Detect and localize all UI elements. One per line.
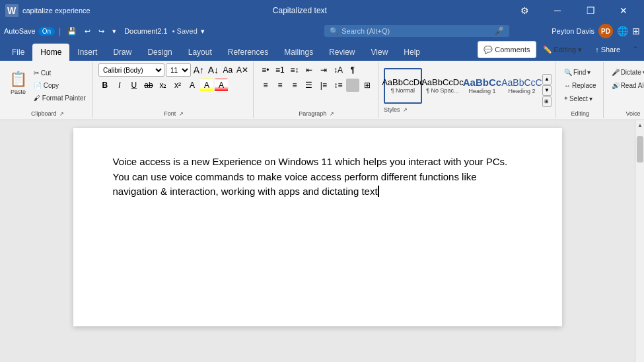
font-row-1: Calibri (Body) 11 A↑ A↓ Aa A✕	[98, 63, 249, 77]
replace-button[interactable]: ↔ Replace	[561, 79, 599, 91]
connected-icon: 🌐	[617, 26, 628, 36]
multilevel-button[interactable]: ≡↕	[288, 63, 301, 77]
numbering-button[interactable]: ≡1	[273, 63, 287, 77]
styles-scroll-down[interactable]: ▼	[542, 85, 552, 96]
scroll-up-button[interactable]: ▲	[635, 120, 644, 129]
autosave-state[interactable]: On	[38, 27, 55, 36]
format-painter-button[interactable]: 🖌 Format Painter	[31, 92, 89, 104]
show-marks-button[interactable]: ¶	[346, 63, 359, 77]
clear-format-button[interactable]: A✕	[236, 63, 249, 77]
tab-references[interactable]: References	[220, 44, 276, 61]
saved-dropdown[interactable]: ▾	[201, 27, 205, 35]
comments-label: Comments	[495, 46, 530, 54]
autosave-toggle[interactable]: AutoSave On	[4, 27, 55, 36]
italic-button[interactable]: I	[113, 79, 126, 92]
change-case-button[interactable]: Aa	[221, 63, 234, 77]
minimize-button[interactable]: ─	[542, 0, 573, 21]
replace-icon: ↔	[564, 82, 571, 89]
qa-dropdown[interactable]: ▾	[110, 26, 119, 37]
clipboard-expand[interactable]: ↗	[59, 111, 64, 117]
style-h2-box[interactable]: AaBbCcC Heading 2	[503, 68, 541, 104]
sort-button[interactable]: ↕A	[332, 63, 345, 77]
align-left-button[interactable]: ≡	[259, 79, 272, 92]
tab-insert[interactable]: Insert	[69, 44, 105, 61]
settings-button[interactable]: ⚙	[509, 0, 540, 21]
ribbon: 📋 Paste ✂ Cut 📄 Copy 🖌 Format Painter Cl…	[0, 61, 644, 120]
text-highlight-button[interactable]: A	[200, 79, 213, 92]
search-bar: 🔍 🎤	[324, 25, 509, 37]
cut-button[interactable]: ✂ Cut	[31, 67, 89, 79]
dictate-icon: 🎤	[612, 69, 620, 76]
read-aloud-button[interactable]: 🔊 Read Aloud	[609, 79, 644, 91]
tab-view[interactable]: View	[363, 44, 396, 61]
align-right-button[interactable]: ≡	[288, 79, 301, 92]
styles-scroll-controls: ▲ ▼ ⊞	[542, 74, 552, 107]
editing-button[interactable]: ✏️ Editing ▾	[540, 41, 585, 58]
justify-button[interactable]: ☰	[303, 79, 316, 92]
main-content: Voice access is a new Experience on Wind…	[0, 120, 644, 362]
shading-button[interactable]	[346, 79, 359, 92]
shrink-font-button[interactable]: A↓	[207, 63, 220, 77]
qa-separator-1: |	[59, 26, 61, 36]
tab-draw[interactable]: Draw	[105, 44, 139, 61]
save-button[interactable]: 💾	[65, 26, 79, 37]
underline-button[interactable]: U	[127, 79, 141, 92]
doc-title: Capitalized text	[273, 6, 327, 15]
font-expand[interactable]: ↗	[179, 111, 184, 117]
superscript-button[interactable]: x²	[171, 79, 184, 92]
restore-button[interactable]: ❐	[575, 0, 606, 21]
decrease-indent-button[interactable]: ⇤	[303, 63, 316, 77]
tab-layout[interactable]: Layout	[180, 44, 220, 61]
tab-mailings[interactable]: Mailings	[276, 44, 321, 61]
microphone-icon[interactable]: 🎤	[494, 26, 504, 36]
paste-button[interactable]: 📋 Paste	[7, 63, 30, 102]
user-avatar[interactable]: PD	[598, 24, 613, 38]
align-center-button[interactable]: ≡	[273, 79, 287, 92]
scroll-thumb[interactable]	[637, 136, 643, 163]
style-normal-box[interactable]: AaBbCcDc ¶ Normal	[384, 68, 422, 104]
redo-button[interactable]: ↪	[96, 26, 107, 37]
copy-button[interactable]: 📄 Copy	[31, 80, 89, 92]
tab-home[interactable]: Home	[32, 44, 69, 61]
ribbon-collapse-btn[interactable]: ⌃	[631, 44, 640, 55]
scroll-track[interactable]	[635, 129, 644, 362]
font-size-select[interactable]: 11	[166, 63, 191, 77]
tab-design[interactable]: Design	[139, 44, 180, 61]
find-button[interactable]: 🔍 Find ▾	[561, 66, 599, 78]
styles-scroll-up[interactable]: ▲	[542, 74, 552, 85]
style-h1-box[interactable]: AaBbCc Heading 1	[463, 68, 501, 104]
styles-more[interactable]: ⊞	[542, 96, 552, 107]
font-color-button[interactable]: A	[215, 79, 228, 92]
layout-icon[interactable]: ⊞	[632, 26, 640, 36]
paragraph-expand[interactable]: ↗	[330, 111, 334, 117]
column-break-button[interactable]: |≡	[317, 79, 330, 92]
search-input[interactable]	[341, 27, 491, 35]
vertical-scrollbar[interactable]: ▲ ▼	[635, 120, 644, 362]
tab-review[interactable]: Review	[321, 44, 363, 61]
tab-help[interactable]: Help	[396, 44, 428, 61]
doc-content[interactable]: Voice access is a new Experience on Wind…	[113, 155, 522, 199]
share-button[interactable]: ↑ Share	[589, 41, 627, 58]
editing-label: Editing	[571, 109, 590, 117]
close-button[interactable]: ✕	[608, 0, 639, 21]
dictate-button[interactable]: 🎤 Dictate ▾	[609, 66, 644, 78]
user-name[interactable]: Peyton Davis	[552, 27, 594, 35]
bold-button[interactable]: B	[98, 79, 112, 92]
subscript-button[interactable]: x₂	[157, 79, 170, 92]
line-spacing-button[interactable]: ↕≡	[332, 79, 345, 92]
select-button[interactable]: ⌖ Select ▾	[561, 92, 599, 104]
word-icon: W	[5, 4, 18, 17]
font-family-select[interactable]: Calibri (Body)	[98, 63, 164, 77]
text-effects-button[interactable]: A	[186, 79, 199, 92]
bullets-button[interactable]: ≡•	[259, 63, 272, 77]
strikethrough-button[interactable]: ab	[142, 79, 155, 92]
voice-label: Voice	[626, 109, 640, 117]
style-no-space-box[interactable]: AaBbCcDc ¶ No Spac...	[423, 68, 462, 104]
borders-button[interactable]: ⊞	[361, 79, 374, 92]
increase-indent-button[interactable]: ⇥	[317, 63, 330, 77]
grow-font-button[interactable]: A↑	[192, 63, 205, 77]
comments-button[interactable]: 💬 Comments	[478, 41, 536, 58]
undo-button[interactable]: ↩	[82, 26, 93, 37]
tab-file[interactable]: File	[4, 44, 32, 61]
styles-expand[interactable]: ↗	[403, 107, 408, 113]
